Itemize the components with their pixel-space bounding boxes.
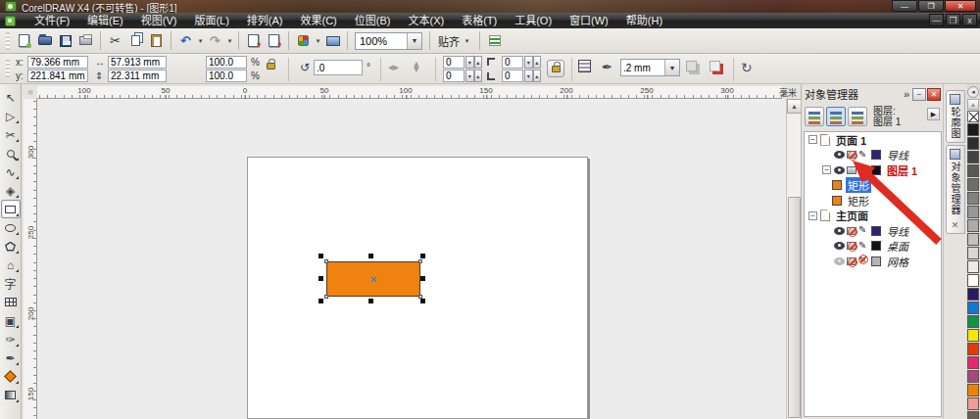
editable-icon[interactable] — [858, 150, 869, 161]
layer-manager-view-button[interactable] — [848, 107, 867, 126]
docker-tab-1[interactable]: 轮廓图 — [946, 90, 965, 143]
zoom-level-dropdown[interactable]: ▼ — [407, 33, 421, 49]
editable-icon[interactable] — [858, 225, 869, 236]
window-maximize-button[interactable]: ❐ — [918, 0, 944, 12]
palette-color-swatch[interactable] — [967, 302, 979, 314]
shape-tool[interactable]: ▷ — [1, 107, 21, 125]
object-label[interactable]: 矩形 — [846, 177, 871, 193]
tree-layer-row[interactable]: 桌面 — [805, 239, 941, 255]
horizontal-ruler[interactable]: 10050050100150200250300 — [37, 86, 782, 99]
tree-page-row[interactable]: −页面 1 — [805, 132, 941, 148]
vertical-ruler[interactable]: 300250200150 — [24, 99, 37, 419]
zoom-level-input[interactable] — [356, 33, 407, 49]
corner-radius-tr-field[interactable] — [502, 56, 523, 69]
corner-radius-br-field[interactable] — [502, 70, 523, 82]
undo-dropdown[interactable]: ▾ — [196, 37, 205, 45]
palette-color-swatch[interactable] — [967, 219, 979, 232]
visibility-icon[interactable] — [834, 242, 845, 250]
palette-color-swatch[interactable] — [967, 397, 979, 410]
drawing-canvas[interactable]: ✕ — [37, 99, 786, 419]
corner-br-spinner[interactable]: ▾▴ — [524, 70, 541, 82]
editable-icon[interactable] — [858, 256, 869, 266]
visibility-icon[interactable] — [834, 257, 845, 265]
welcome-screen-button[interactable] — [322, 30, 343, 51]
palette-color-swatch[interactable] — [967, 206, 979, 218]
expand-toggle[interactable]: − — [808, 135, 817, 144]
palette-color-swatch[interactable] — [967, 260, 979, 273]
layer-label[interactable]: 桌面 — [885, 238, 910, 254]
docker-close-button[interactable]: ✕ — [927, 88, 941, 101]
palette-color-swatch[interactable] — [967, 274, 979, 287]
editable-icon[interactable] — [858, 241, 869, 252]
mdi-close-button[interactable]: x — [962, 14, 977, 26]
editable-icon[interactable] — [858, 164, 869, 175]
mirror-vertical-button[interactable]: ◂▸ — [411, 62, 423, 72]
printable-icon[interactable] — [847, 151, 857, 159]
selection-handle[interactable] — [420, 254, 425, 258]
layer-label[interactable]: 导线 — [885, 147, 910, 163]
pick-tool[interactable]: ↖ — [1, 88, 21, 107]
blend-tool[interactable]: ▣ — [1, 311, 21, 330]
palette-color-swatch[interactable] — [967, 315, 979, 328]
tree-object-row[interactable]: 矩形 — [805, 193, 941, 209]
copy-button[interactable] — [125, 30, 146, 51]
save-button[interactable] — [55, 30, 75, 51]
ellipse-tool[interactable] — [1, 218, 21, 237]
export-button[interactable] — [264, 30, 284, 51]
palette-color-swatch[interactable] — [967, 178, 979, 191]
import-button[interactable] — [243, 30, 264, 51]
palette-color-swatch[interactable] — [967, 356, 979, 369]
tree-layer-row[interactable]: 导线 — [805, 148, 941, 163]
tree-page-row[interactable]: −主页面 — [805, 209, 941, 224]
application-launcher-dropdown[interactable]: ▾ — [314, 37, 322, 45]
selection-handle[interactable] — [318, 299, 323, 303]
scale-lock-icon[interactable] — [267, 63, 275, 70]
application-launcher-button[interactable] — [293, 30, 314, 51]
palette-color-swatch[interactable] — [967, 370, 979, 383]
palette-color-swatch[interactable] — [967, 343, 979, 355]
to-front-of-layer-button[interactable] — [710, 61, 720, 71]
printable-icon[interactable] — [847, 257, 857, 265]
layer-label[interactable]: 图层 1 — [885, 163, 919, 178]
tree-layer-row[interactable]: 网格 — [805, 254, 941, 269]
x-position-field[interactable] — [27, 56, 88, 69]
visibility-icon[interactable] — [834, 227, 845, 235]
corner-radius-bl-field[interactable] — [443, 70, 465, 82]
menu-item-7[interactable]: 位图(B) — [346, 13, 400, 28]
polygon-tool[interactable] — [1, 237, 21, 256]
table-tool[interactable] — [1, 293, 21, 311]
corner-radius-tl-field[interactable] — [443, 56, 465, 69]
tree-object-row[interactable]: 矩形 — [805, 178, 941, 194]
palette-color-swatch[interactable] — [967, 411, 979, 419]
docker-minimize-button[interactable]: − — [912, 88, 926, 101]
scrollbar-thumb[interactable] — [788, 197, 801, 418]
object-height-field[interactable] — [108, 70, 167, 82]
menu-item-8[interactable]: 文本(X) — [399, 13, 453, 28]
tree-layer-row[interactable]: −图层 1 — [805, 163, 941, 178]
menu-item-4[interactable]: 版面(L) — [185, 13, 237, 28]
palette-flyout-button[interactable]: ◂ — [967, 86, 979, 98]
object-label[interactable]: 矩形 — [846, 193, 871, 209]
to-back-of-layer-button[interactable] — [686, 61, 697, 71]
menu-item-1[interactable]: 文件(F) — [25, 13, 78, 28]
visibility-icon[interactable] — [834, 151, 845, 159]
selection-handle[interactable] — [368, 299, 373, 303]
selection-handle[interactable] — [318, 254, 323, 258]
redo-dropdown[interactable]: ▾ — [225, 37, 234, 45]
redo-button[interactable]: ↷ — [205, 30, 225, 51]
selection-handle[interactable] — [420, 299, 425, 303]
menu-item-6[interactable]: 效果(C) — [292, 13, 346, 28]
y-position-field[interactable] — [27, 70, 88, 82]
palette-color-swatch[interactable] — [967, 247, 979, 259]
undo-button[interactable]: ↶ — [175, 30, 196, 51]
text-tool[interactable]: 字 — [1, 274, 21, 293]
layer-label[interactable]: 网格 — [885, 254, 910, 269]
palette-color-swatch[interactable] — [967, 192, 979, 205]
palette-color-swatch[interactable] — [967, 137, 979, 150]
object-width-field[interactable] — [108, 56, 167, 69]
layer-label[interactable]: 导线 — [885, 223, 910, 239]
menu-item-12[interactable]: 帮助(H) — [617, 13, 671, 28]
mdi-restore-button[interactable]: ❐ — [946, 14, 960, 26]
round-corners-together-button[interactable] — [547, 60, 564, 77]
printable-icon[interactable] — [847, 227, 857, 235]
